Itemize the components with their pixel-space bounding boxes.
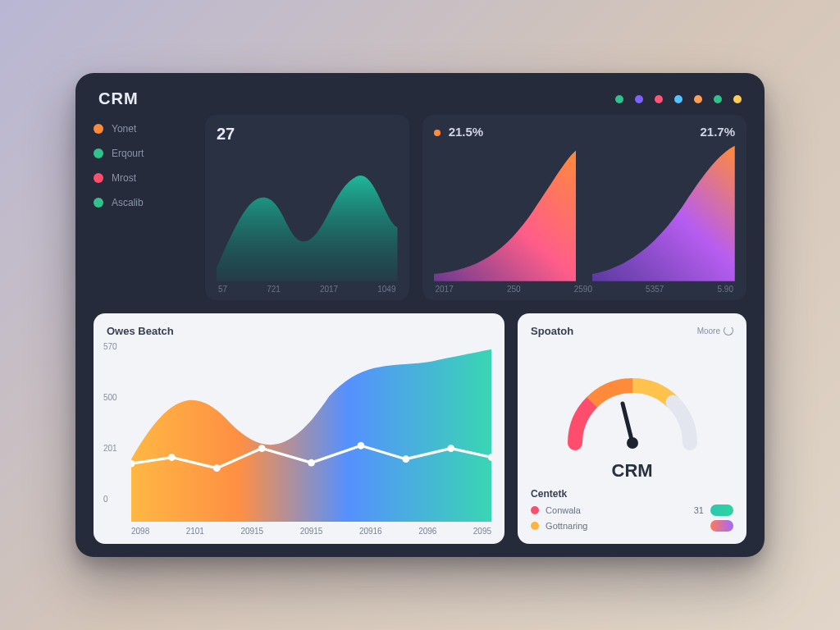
status-dot[interactable] <box>635 95 643 103</box>
gauge-card[interactable]: Spoatoh Moore CR <box>518 313 746 545</box>
sidebar-item[interactable]: Yonet <box>94 123 192 135</box>
chart-b-x-axis: 2017250259053575.90 <box>434 281 736 294</box>
gauge-header: Spoatoh Moore <box>531 325 733 337</box>
sidebar-item[interactable]: Mrost <box>94 172 192 184</box>
gauge-center-label: CRM <box>531 460 733 482</box>
axis-tick: 1049 <box>377 285 395 294</box>
status-dot[interactable] <box>733 95 742 103</box>
legend-dot-icon <box>94 198 103 208</box>
main-area-chart-card[interactable]: Owes Beatch 5705002010 <box>94 313 504 545</box>
chart-a-x-axis: 5772120171049 <box>217 281 398 294</box>
legend-label: Conwala <box>546 505 581 515</box>
metric-b-right: 21.7% <box>700 125 735 139</box>
svg-point-10 <box>627 437 638 449</box>
gauge-title: Spoatoh <box>531 325 573 337</box>
axis-tick: 201 <box>103 444 128 453</box>
axis-tick: 2017 <box>436 285 454 294</box>
svg-point-7 <box>447 445 454 452</box>
sidebar-item-label: Yonet <box>112 123 136 135</box>
axis-tick: 5357 <box>646 285 664 294</box>
axis-tick: 570 <box>103 342 128 351</box>
gauge-more-label: Moore <box>697 326 720 336</box>
svg-point-0 <box>128 460 135 468</box>
sidebar-item-label: Ascalib <box>112 197 144 208</box>
legend-sidebar: YonetErqourtMrostAscalib <box>94 115 192 300</box>
gauge-chart <box>531 342 733 479</box>
axis-tick: 2017 <box>320 285 338 294</box>
gauge-legend-row: Conwala31 <box>531 504 733 516</box>
axis-tick: 2101 <box>186 527 204 536</box>
svg-point-1 <box>168 454 176 461</box>
axis-tick: 57 <box>218 285 227 294</box>
toggle-pill[interactable] <box>710 520 733 532</box>
status-dot[interactable] <box>655 95 663 103</box>
axis-tick: 250 <box>507 285 521 294</box>
svg-point-6 <box>402 455 409 463</box>
metric-a-value: 27 <box>217 125 398 144</box>
refresh-icon <box>724 326 733 336</box>
chart-b <box>434 139 736 281</box>
sidebar-item-label: Erqourt <box>112 148 144 159</box>
gauge-legend: Centetk Conwala31Gottnaring <box>531 488 733 536</box>
legend-dot-icon <box>94 124 103 134</box>
svg-point-4 <box>308 459 315 466</box>
dot-icon <box>434 130 441 136</box>
gauge-legend-row: Gottnaring <box>531 520 733 532</box>
dashboard-frame: CRM YonetErqourtMrostAscalib 27 57721 <box>75 73 765 557</box>
legend-dot-icon <box>531 522 539 530</box>
sidebar-item[interactable]: Erqourt <box>94 148 192 159</box>
axis-tick: 20916 <box>359 527 382 536</box>
metric-b-left: 21.5% <box>434 125 484 139</box>
svg-point-2 <box>213 464 221 472</box>
status-dot[interactable] <box>615 95 623 103</box>
axis-tick: 2590 <box>574 285 592 294</box>
axis-tick: 0 <box>103 495 128 504</box>
axis-tick: 2098 <box>131 527 149 536</box>
main-chart-x-axis: 2098210120915209152091620962095 <box>107 522 491 536</box>
brand-title: CRM <box>98 89 139 108</box>
axis-tick: 721 <box>267 285 281 294</box>
svg-point-3 <box>258 445 266 452</box>
chart-a <box>217 147 398 281</box>
status-dot-row <box>615 95 742 103</box>
toggle-pill[interactable] <box>710 504 733 516</box>
axis-tick: 2095 <box>473 527 491 536</box>
svg-line-9 <box>623 404 632 443</box>
gauge-legend-header: Centetk <box>531 488 733 500</box>
topbar: CRM <box>94 89 746 115</box>
axis-tick: 20915 <box>300 527 323 536</box>
main-chart: 5705002010 <box>107 342 491 523</box>
main-chart-title: Owes Beatch <box>107 325 491 337</box>
axis-tick: 500 <box>103 393 128 402</box>
axis-tick: 20915 <box>240 527 263 536</box>
metric-b-left-value: 21.5% <box>449 125 484 139</box>
axis-tick: 5.90 <box>718 285 733 294</box>
gauge-more-button[interactable]: Moore <box>697 326 733 336</box>
metric-card-a[interactable]: 27 5772120171049 <box>205 115 409 300</box>
sidebar-item-label: Mrost <box>112 172 136 184</box>
status-dot[interactable] <box>714 95 722 103</box>
legend-dot-icon <box>94 173 103 183</box>
legend-dot-icon <box>531 506 539 514</box>
metric-b-right-value: 21.7% <box>700 125 735 139</box>
axis-tick: 2096 <box>418 527 436 536</box>
metric-b-header: 21.5% 21.7% <box>434 125 736 139</box>
legend-label: Gottnaring <box>546 521 587 531</box>
sidebar-item[interactable]: Ascalib <box>94 197 192 208</box>
legend-dot-icon <box>94 148 103 158</box>
main-chart-y-axis: 5705002010 <box>103 342 128 504</box>
status-dot[interactable] <box>674 95 682 103</box>
metric-card-b[interactable]: 21.5% 21.7% <box>422 115 747 300</box>
status-dot[interactable] <box>694 95 702 103</box>
legend-value: 31 <box>694 505 704 515</box>
svg-point-5 <box>358 442 365 450</box>
